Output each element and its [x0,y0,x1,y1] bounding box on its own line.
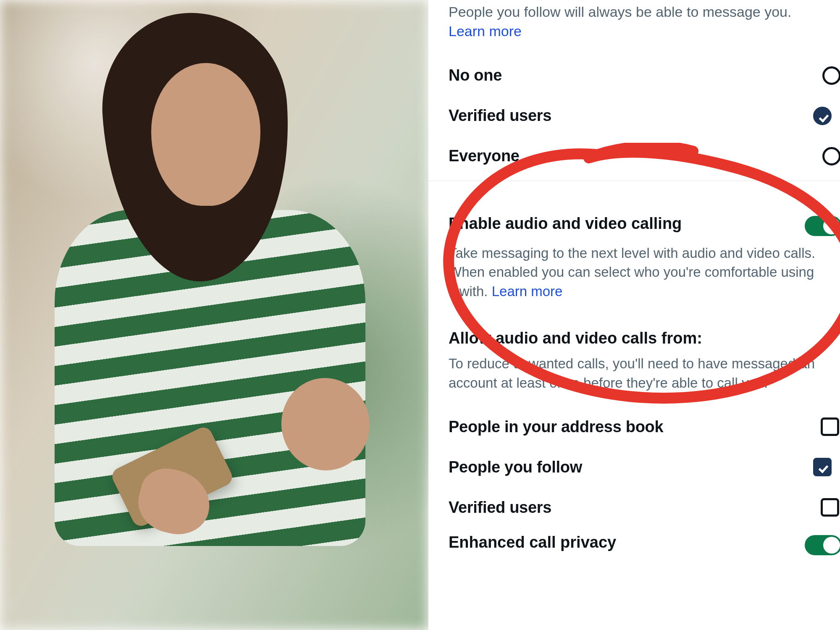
allow-from-heading: Allow audio and video calls from: [449,329,840,347]
check-row-address-book[interactable]: People in your address book [449,407,840,447]
checkbox-verified-users[interactable] [821,498,839,517]
calling-title-row: Enable audio and video calling [449,215,840,238]
section-divider [428,181,840,181]
messaging-intro: People you follow will always be able to… [449,3,840,41]
radio-no-one[interactable] [822,66,840,85]
calling-learn-more-link[interactable]: Learn more [492,284,563,299]
check-row-follow[interactable]: People you follow [449,447,840,487]
radio-verified[interactable] [813,107,832,125]
photo-person-on-phone [0,0,428,630]
enhanced-title: Enhanced call privacy [449,533,616,551]
radio-row-no-one[interactable]: No one [449,55,840,96]
calling-toggle[interactable] [805,216,840,236]
allow-from-note: To reduce unwanted calls, you'll need to… [449,354,840,392]
radio-row-verified[interactable]: Verified users [449,96,840,136]
calling-body: Take messaging to the next level with au… [449,244,840,301]
messaging-learn-more-link[interactable]: Learn more [449,23,522,39]
enhanced-toggle[interactable] [805,535,840,555]
checkbox-address-book[interactable] [821,417,839,436]
radio-everyone[interactable] [822,147,840,165]
messaging-intro-text: People you follow will always be able to… [449,4,791,20]
check-row-verified-users[interactable]: Verified users [449,487,840,528]
radio-label-verified: Verified users [449,107,551,125]
calling-title: Enable audio and video calling [449,215,682,233]
settings-panel: People you follow will always be able to… [428,0,840,630]
radio-label-everyone: Everyone [449,147,520,165]
check-label-address-book: People in your address book [449,418,663,436]
radio-label-no-one: No one [449,66,502,84]
enhanced-row: Enhanced call privacy [449,533,840,556]
checkbox-follow[interactable] [813,458,832,476]
radio-row-everyone[interactable]: Everyone [449,136,840,176]
check-label-verified-users: Verified users [449,499,551,517]
check-label-follow: People you follow [449,458,582,476]
